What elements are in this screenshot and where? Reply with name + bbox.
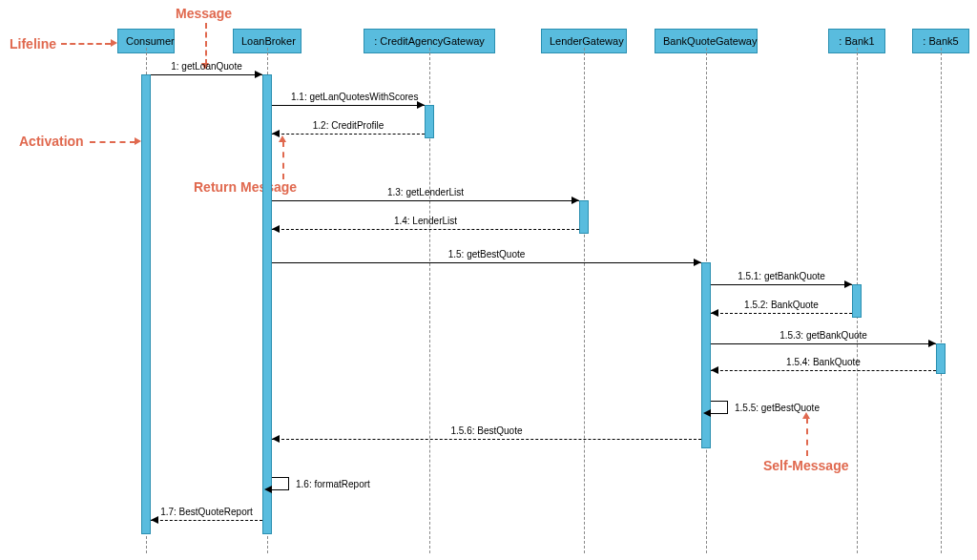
call-message [272,200,579,201]
annotation-return-message: Return Message [194,179,297,195]
annotation-message-arrow [205,23,207,65]
annotation-lifeline-arrow [61,43,111,45]
arrow-icon [417,101,425,109]
message-label: 1: getLoanQuote [150,61,264,72]
arrow-icon [844,280,852,288]
activation-bar [701,262,711,448]
activation-bar [579,200,589,234]
message-label: 1.5.2: BankQuote [724,300,839,310]
annotation-self-arrow [806,418,808,456]
activation-bar [262,74,272,534]
lifeline-dash [941,48,942,553]
annotation-message: Message [176,6,232,21]
message-label: 1.1: getLanQuotesWithScores [291,92,405,102]
annotation-return-arrowhead [279,135,286,142]
self-message [711,401,728,414]
arrow-icon [272,130,280,137]
return-message [711,313,852,314]
message-label: 1.2: CreditProfile [291,120,405,131]
message-label: 1.7: BestQuoteReport [150,507,264,517]
annotation-lifeline: Lifeline [10,36,56,52]
annotation-self-arrowhead [802,412,810,419]
call-message [711,284,852,285]
activation-bar [852,284,862,318]
arrow-icon [711,366,718,374]
annotation-return-arrow [282,141,284,179]
annotation-activation: Activation [19,134,84,149]
arrow-icon [272,225,280,233]
arrow-icon [694,259,701,266]
annotation-activation-arrow [90,141,135,143]
activation-bar [936,343,946,374]
annotation-lifeline-arrowhead [111,39,117,47]
message-label: 1.5.4: BankQuote [766,357,881,367]
return-message [272,229,579,230]
call-message [272,262,701,263]
activation-bar [425,105,434,138]
arrow-icon [151,516,158,524]
arrow-icon [255,71,262,78]
message-label: 1.5: getBestQuote [429,249,544,259]
message-label: 1.3: getLenderList [368,187,483,197]
annotation-self-message: Self-Message [763,458,848,473]
message-label: 1.5.3: getBankQuote [766,330,881,341]
lifeline-dash [584,48,585,553]
annotation-activation-arrowhead [135,137,141,145]
activation-bar [141,74,151,534]
return-message [151,520,262,521]
message-label: 1.5.6: BestQuote [429,425,544,436]
call-message [272,105,425,106]
message-label: 1.4: LenderList [368,216,483,226]
message-label: 1.5.5: getBestQuote [735,403,820,413]
arrow-icon [928,340,936,347]
message-label: 1.6: formatReport [296,479,370,489]
self-message [272,477,289,490]
return-message [272,439,701,440]
call-message [151,74,262,75]
call-message [711,343,936,344]
arrow-icon [272,435,280,443]
return-message [711,370,936,371]
message-label: 1.5.1: getBankQuote [724,271,839,281]
arrow-icon [711,309,718,317]
arrow-icon [572,197,579,204]
return-message [272,134,425,135]
